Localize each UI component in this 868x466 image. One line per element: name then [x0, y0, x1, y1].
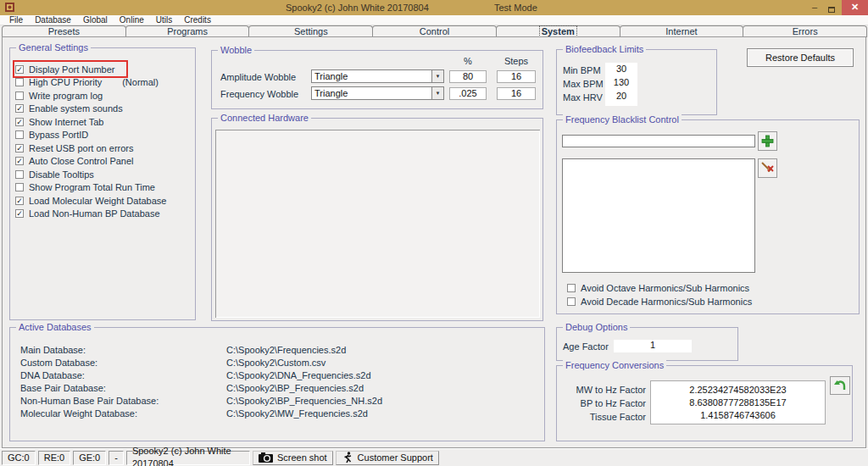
- active-databases-title: Active Databases: [16, 322, 94, 333]
- mw-to-hz-value[interactable]: 2.25234274582033E23: [651, 384, 825, 397]
- age-factor-label: Age Factor: [563, 341, 609, 352]
- tab-programs[interactable]: Programs: [125, 25, 250, 37]
- wobble-group: Wobble % Steps Amplitude Wobble Triangle…: [211, 50, 543, 109]
- clear-blacklist-button[interactable]: [758, 158, 777, 178]
- running-person-icon: [342, 452, 353, 463]
- checkbox-show-program-total-run-time[interactable]: Show Program Total Run Time: [15, 181, 193, 195]
- max-hrv-label: Max HRV: [563, 92, 603, 103]
- mw-to-hz-label: MW to Hz Factor: [557, 385, 646, 395]
- bp-to-hz-value[interactable]: 8.63808777288135E17: [651, 397, 825, 409]
- min-bpm-value[interactable]: 30: [605, 64, 637, 76]
- frequency-wobble-steps[interactable]: 16: [497, 87, 536, 100]
- bp-to-hz-label: BP to Hz Factor: [557, 398, 646, 408]
- tissue-factor-value[interactable]: 1.4158746743606: [651, 409, 825, 422]
- gc-counter: GC:0: [2, 451, 36, 465]
- high-cpu-priority-state: (Normal): [122, 77, 159, 87]
- amplitude-wobble-label: Amplitude Wobble: [220, 72, 296, 82]
- checkbox-bypass-portid[interactable]: Bypass PortID: [15, 129, 193, 142]
- restore-icon: [828, 7, 835, 13]
- display-port-number-highlight: [13, 60, 128, 78]
- frequency-blacklist-group: Frequency Blacklist Control Avoid Octave…: [556, 119, 860, 314]
- amplitude-wobble-steps[interactable]: 16: [497, 70, 536, 83]
- checkbox-auto-close-control-panel[interactable]: ✓Auto Close Control Panel: [15, 155, 193, 169]
- db-row-molecular-weight: Molecular Weight Database:C:\Spooky2\MW_…: [20, 408, 368, 419]
- app-icon: [5, 3, 14, 12]
- test-mode-label: Test Mode: [494, 0, 537, 15]
- menu-online[interactable]: Online: [114, 15, 150, 25]
- blacklist-listbox[interactable]: [562, 158, 755, 273]
- tab-system[interactable]: System: [496, 25, 620, 37]
- amplitude-wobble-percent[interactable]: 80: [449, 70, 487, 83]
- ge-counter: GE:0: [73, 451, 106, 465]
- biofeedback-limits-group: Biofeedback Limits Min BPM Max BPM Max H…: [556, 49, 717, 115]
- age-factor-input[interactable]: 1: [614, 340, 692, 352]
- max-hrv-value[interactable]: 20: [605, 91, 637, 103]
- amplitude-wobble-select[interactable]: Triangle ▼: [311, 69, 444, 83]
- menu-database[interactable]: Database: [29, 15, 77, 25]
- tab-strip: Presets Programs Settings Control System…: [0, 25, 868, 37]
- plus-icon: [761, 135, 774, 147]
- db-row-non-human-bp: Non-Human Base Pair Database:C:\Spooky2\…: [20, 396, 382, 406]
- checkbox-avoid-decade-harmonics[interactable]: Avoid Decade Harmonics/Sub Harmonics: [567, 295, 752, 308]
- camera-icon: [259, 452, 273, 463]
- general-settings-title: General Settings: [16, 42, 91, 53]
- reset-conversions-button[interactable]: [830, 376, 850, 395]
- checkbox-enable-system-sounds[interactable]: ✓Enable system sounds: [15, 103, 193, 116]
- checkbox-avoid-octave-harmonics[interactable]: Avoid Octave Harmonics/Sub Harmonics: [567, 281, 749, 295]
- checkbox-load-molecular-weight-db[interactable]: ✓Load Molecular Weight Database: [15, 194, 193, 208]
- blacklist-frequency-input[interactable]: [562, 135, 755, 147]
- frequency-conversions-group: Frequency Conversions MW to Hz Factor BP…: [556, 365, 853, 441]
- close-button[interactable]: ✕: [842, 0, 868, 15]
- maximize-button[interactable]: [824, 0, 839, 15]
- minimize-button[interactable]: –: [807, 0, 822, 15]
- active-databases-group: Active Databases Main Database:C:\Spooky…: [9, 327, 545, 441]
- steps-column-header: Steps: [497, 56, 536, 66]
- status-dash-cell: -: [108, 451, 124, 465]
- min-bpm-label: Min BPM: [563, 65, 601, 75]
- customer-support-button[interactable]: Customer Support: [336, 451, 439, 465]
- menu-utils[interactable]: Utils: [150, 15, 178, 25]
- general-settings-group: General Settings ✓Display Port Number Hi…: [9, 47, 196, 320]
- chevron-down-icon[interactable]: ▼: [431, 70, 443, 82]
- checkbox-write-program-log[interactable]: Write program log: [15, 89, 193, 103]
- chevron-down-icon[interactable]: ▼: [431, 87, 443, 99]
- status-bar: GC:0 RE:0 GE:0 - Spooky2 (c) John White …: [0, 448, 868, 466]
- checkbox-load-non-human-bp-db[interactable]: ✓Load Non-Human BP Database: [15, 208, 193, 221]
- menu-file[interactable]: File: [3, 15, 29, 25]
- max-bpm-value[interactable]: 130: [605, 77, 637, 90]
- tab-errors[interactable]: Errors: [743, 25, 867, 37]
- broom-x-icon: [760, 161, 775, 175]
- checkbox-reset-usb-port[interactable]: ✓Reset USB port on errors: [15, 141, 193, 155]
- tab-presets[interactable]: Presets: [2, 25, 126, 37]
- biofeedback-limits-title: Biofeedback Limits: [563, 44, 646, 55]
- frequency-wobble-label: Frequency Wobble: [220, 89, 298, 99]
- debug-options-title: Debug Options: [563, 322, 630, 333]
- db-row-dna: DNA Database:C:\Spooky2\DNA_Frequencies.…: [20, 370, 371, 380]
- screenshot-button[interactable]: Screen shot: [253, 451, 333, 465]
- tab-control[interactable]: Control: [372, 25, 497, 37]
- db-row-custom: Custom Database:C:\Spooky2\Custom.csv: [20, 358, 326, 368]
- checkbox-disable-tooltips[interactable]: Disable Tooltips: [15, 168, 193, 181]
- tab-internet[interactable]: Internet: [620, 25, 744, 37]
- menu-credits[interactable]: Credits: [178, 15, 217, 25]
- checkbox-show-internet-tab[interactable]: ✓Show Internet Tab: [15, 115, 193, 129]
- frequency-conversion-values: 2.25234274582033E23 8.63808777288135E17 …: [650, 380, 826, 424]
- menu-global[interactable]: Global: [77, 15, 114, 25]
- menu-bar: File Database Global Online Utils Credit…: [0, 15, 868, 25]
- add-blacklist-button[interactable]: [758, 131, 777, 151]
- frequency-wobble-select[interactable]: Triangle ▼: [311, 86, 444, 100]
- connected-hardware-list[interactable]: [215, 130, 540, 318]
- status-title: Spooky2 (c) John White 20170804: [126, 451, 250, 465]
- title-bar: Spooky2 (c) John White 20170804 Test Mod…: [0, 0, 868, 15]
- frequency-wobble-percent[interactable]: .025: [449, 87, 487, 100]
- frequency-conversions-title: Frequency Conversions: [563, 360, 666, 371]
- db-row-main: Main Database:C:\Spooky2\Frequencies.s2d: [20, 345, 346, 355]
- tab-settings[interactable]: Settings: [248, 25, 373, 37]
- max-bpm-label: Max BPM: [563, 79, 604, 89]
- restore-defaults-button[interactable]: Restore Defaults: [747, 48, 854, 67]
- system-tab-page: General Settings ✓Display Port Number Hi…: [2, 36, 866, 448]
- window-title: Spooky2 (c) John White 20170804: [286, 0, 429, 15]
- debug-options-group: Debug Options Age Factor 1: [556, 327, 738, 361]
- connected-hardware-group: Connected Hardware: [211, 118, 543, 321]
- re-counter: RE:0: [38, 451, 70, 465]
